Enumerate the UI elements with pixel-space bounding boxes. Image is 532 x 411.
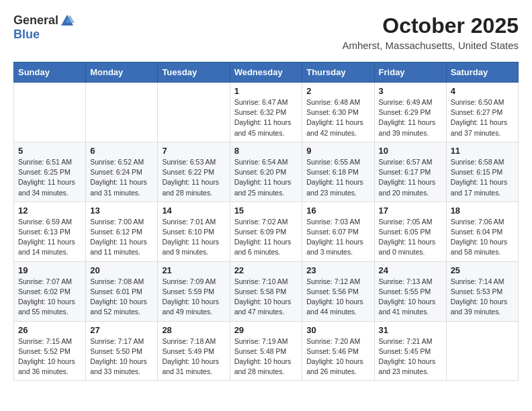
calendar-header-friday: Friday <box>374 62 446 83</box>
day-number: 16 <box>306 205 369 216</box>
calendar-cell: 3Sunrise: 6:49 AM Sunset: 6:29 PM Daylig… <box>374 83 446 142</box>
logo: General Blue <box>13 13 75 42</box>
day-info: Sunrise: 6:53 AM Sunset: 6:22 PM Dayligh… <box>162 157 225 198</box>
day-info: Sunrise: 6:59 AM Sunset: 6:13 PM Dayligh… <box>18 217 81 258</box>
calendar-cell: 15Sunrise: 7:02 AM Sunset: 6:09 PM Dayli… <box>230 201 302 261</box>
calendar-cell: 6Sunrise: 6:52 AM Sunset: 6:24 PM Daylig… <box>86 142 158 201</box>
calendar-cell: 8Sunrise: 6:54 AM Sunset: 6:20 PM Daylig… <box>230 142 302 201</box>
calendar-cell: 2Sunrise: 6:48 AM Sunset: 6:30 PM Daylig… <box>302 83 374 142</box>
calendar-cell: 23Sunrise: 7:12 AM Sunset: 5:56 PM Dayli… <box>302 261 374 321</box>
title-block: October 2025 Amherst, Massachusetts, Uni… <box>342 13 519 51</box>
calendar-cell: 26Sunrise: 7:15 AM Sunset: 5:52 PM Dayli… <box>14 321 86 381</box>
calendar-week-4: 19Sunrise: 7:07 AM Sunset: 6:02 PM Dayli… <box>14 261 519 321</box>
calendar-cell: 22Sunrise: 7:10 AM Sunset: 5:58 PM Dayli… <box>230 261 302 321</box>
calendar-cell: 29Sunrise: 7:19 AM Sunset: 5:48 PM Dayli… <box>230 321 302 381</box>
day-number: 17 <box>379 205 442 216</box>
day-info: Sunrise: 7:06 AM Sunset: 6:04 PM Dayligh… <box>451 217 514 258</box>
calendar-cell <box>446 321 518 381</box>
day-number: 28 <box>162 325 225 335</box>
day-number: 4 <box>451 86 514 96</box>
calendar-cell: 20Sunrise: 7:08 AM Sunset: 6:01 PM Dayli… <box>86 261 158 321</box>
calendar-header-row: SundayMondayTuesdayWednesdayThursdayFrid… <box>14 62 519 83</box>
calendar-week-5: 26Sunrise: 7:15 AM Sunset: 5:52 PM Dayli… <box>14 321 519 381</box>
day-info: Sunrise: 7:15 AM Sunset: 5:52 PM Dayligh… <box>18 336 81 377</box>
calendar-cell: 19Sunrise: 7:07 AM Sunset: 6:02 PM Dayli… <box>14 261 86 321</box>
day-number: 5 <box>18 146 81 156</box>
day-info: Sunrise: 6:52 AM Sunset: 6:24 PM Dayligh… <box>90 157 153 198</box>
calendar-header-sunday: Sunday <box>14 62 86 83</box>
calendar-cell: 13Sunrise: 7:00 AM Sunset: 6:12 PM Dayli… <box>86 201 158 261</box>
day-info: Sunrise: 7:01 AM Sunset: 6:10 PM Dayligh… <box>162 217 225 258</box>
calendar-cell: 17Sunrise: 7:05 AM Sunset: 6:05 PM Dayli… <box>374 201 446 261</box>
day-number: 29 <box>234 325 298 335</box>
day-info: Sunrise: 6:49 AM Sunset: 6:29 PM Dayligh… <box>379 97 442 138</box>
day-info: Sunrise: 7:00 AM Sunset: 6:12 PM Dayligh… <box>90 217 153 258</box>
day-info: Sunrise: 7:08 AM Sunset: 6:01 PM Dayligh… <box>90 277 153 318</box>
day-info: Sunrise: 7:03 AM Sunset: 6:07 PM Dayligh… <box>306 217 369 258</box>
calendar-header-wednesday: Wednesday <box>230 62 302 83</box>
day-number: 19 <box>18 265 81 275</box>
day-info: Sunrise: 7:02 AM Sunset: 6:09 PM Dayligh… <box>234 217 298 258</box>
day-number: 13 <box>90 205 153 216</box>
day-number: 21 <box>162 265 225 275</box>
day-number: 1 <box>234 86 298 96</box>
day-info: Sunrise: 7:13 AM Sunset: 5:55 PM Dayligh… <box>379 277 442 318</box>
day-number: 14 <box>162 205 225 216</box>
calendar-header-saturday: Saturday <box>446 62 518 83</box>
calendar-header-tuesday: Tuesday <box>158 62 230 83</box>
calendar-cell: 1Sunrise: 6:47 AM Sunset: 6:32 PM Daylig… <box>230 83 302 142</box>
location-title: Amherst, Massachusetts, United States <box>342 40 519 51</box>
day-number: 6 <box>90 146 153 156</box>
day-info: Sunrise: 7:21 AM Sunset: 5:45 PM Dayligh… <box>379 336 442 377</box>
day-number: 2 <box>306 86 369 96</box>
day-info: Sunrise: 6:58 AM Sunset: 6:15 PM Dayligh… <box>451 157 514 198</box>
day-info: Sunrise: 7:17 AM Sunset: 5:50 PM Dayligh… <box>90 336 153 377</box>
calendar-cell: 4Sunrise: 6:50 AM Sunset: 6:27 PM Daylig… <box>446 83 518 142</box>
calendar-cell: 10Sunrise: 6:57 AM Sunset: 6:17 PM Dayli… <box>374 142 446 201</box>
calendar-cell <box>86 83 158 142</box>
month-title: October 2025 <box>342 13 519 38</box>
calendar-cell: 11Sunrise: 6:58 AM Sunset: 6:15 PM Dayli… <box>446 142 518 201</box>
day-info: Sunrise: 7:19 AM Sunset: 5:48 PM Dayligh… <box>234 336 298 377</box>
day-number: 10 <box>379 146 442 156</box>
day-number: 22 <box>234 265 298 275</box>
day-number: 3 <box>379 86 442 96</box>
day-info: Sunrise: 6:57 AM Sunset: 6:17 PM Dayligh… <box>379 157 442 198</box>
calendar-cell: 24Sunrise: 7:13 AM Sunset: 5:55 PM Dayli… <box>374 261 446 321</box>
day-info: Sunrise: 6:47 AM Sunset: 6:32 PM Dayligh… <box>234 97 298 138</box>
logo-icon <box>60 13 75 28</box>
calendar-cell: 31Sunrise: 7:21 AM Sunset: 5:45 PM Dayli… <box>374 321 446 381</box>
calendar-header-monday: Monday <box>86 62 158 83</box>
day-info: Sunrise: 7:18 AM Sunset: 5:49 PM Dayligh… <box>162 336 225 377</box>
calendar-cell: 28Sunrise: 7:18 AM Sunset: 5:49 PM Dayli… <box>158 321 230 381</box>
calendar-cell: 21Sunrise: 7:09 AM Sunset: 5:59 PM Dayli… <box>158 261 230 321</box>
day-number: 25 <box>451 265 514 275</box>
day-info: Sunrise: 6:48 AM Sunset: 6:30 PM Dayligh… <box>306 97 369 138</box>
day-number: 18 <box>451 205 514 216</box>
day-number: 23 <box>306 265 369 275</box>
calendar-week-2: 5Sunrise: 6:51 AM Sunset: 6:25 PM Daylig… <box>14 142 519 201</box>
day-number: 31 <box>379 325 442 335</box>
calendar-cell: 27Sunrise: 7:17 AM Sunset: 5:50 PM Dayli… <box>86 321 158 381</box>
day-info: Sunrise: 7:10 AM Sunset: 5:58 PM Dayligh… <box>234 277 298 318</box>
calendar-cell: 18Sunrise: 7:06 AM Sunset: 6:04 PM Dayli… <box>446 201 518 261</box>
calendar-cell: 25Sunrise: 7:14 AM Sunset: 5:53 PM Dayli… <box>446 261 518 321</box>
calendar-cell: 9Sunrise: 6:55 AM Sunset: 6:18 PM Daylig… <box>302 142 374 201</box>
day-number: 27 <box>90 325 153 335</box>
calendar-cell: 5Sunrise: 6:51 AM Sunset: 6:25 PM Daylig… <box>14 142 86 201</box>
calendar-cell: 7Sunrise: 6:53 AM Sunset: 6:22 PM Daylig… <box>158 142 230 201</box>
day-info: Sunrise: 6:54 AM Sunset: 6:20 PM Dayligh… <box>234 157 298 198</box>
day-info: Sunrise: 7:12 AM Sunset: 5:56 PM Dayligh… <box>306 277 369 318</box>
day-number: 11 <box>451 146 514 156</box>
day-info: Sunrise: 7:05 AM Sunset: 6:05 PM Dayligh… <box>379 217 442 258</box>
day-number: 8 <box>234 146 298 156</box>
day-info: Sunrise: 7:07 AM Sunset: 6:02 PM Dayligh… <box>18 277 81 318</box>
calendar-cell: 16Sunrise: 7:03 AM Sunset: 6:07 PM Dayli… <box>302 201 374 261</box>
day-info: Sunrise: 6:51 AM Sunset: 6:25 PM Dayligh… <box>18 157 81 198</box>
logo-blue: Blue <box>13 28 75 42</box>
calendar-cell: 14Sunrise: 7:01 AM Sunset: 6:10 PM Dayli… <box>158 201 230 261</box>
calendar-week-3: 12Sunrise: 6:59 AM Sunset: 6:13 PM Dayli… <box>14 201 519 261</box>
day-info: Sunrise: 7:09 AM Sunset: 5:59 PM Dayligh… <box>162 277 225 318</box>
day-info: Sunrise: 6:55 AM Sunset: 6:18 PM Dayligh… <box>306 157 369 198</box>
calendar-week-1: 1Sunrise: 6:47 AM Sunset: 6:32 PM Daylig… <box>14 83 519 142</box>
